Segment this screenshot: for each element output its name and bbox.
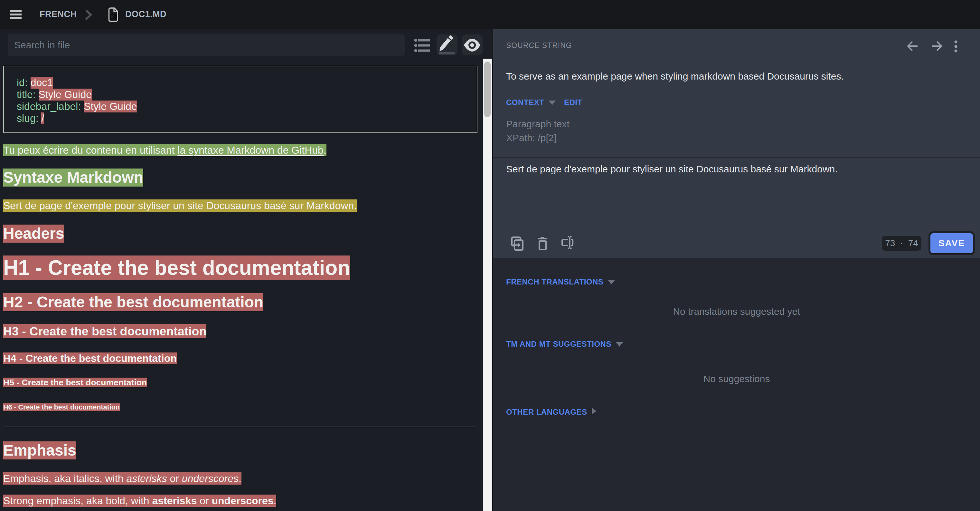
svg-text:↓: ↓: [114, 14, 116, 19]
svg-text:M: M: [111, 14, 114, 19]
